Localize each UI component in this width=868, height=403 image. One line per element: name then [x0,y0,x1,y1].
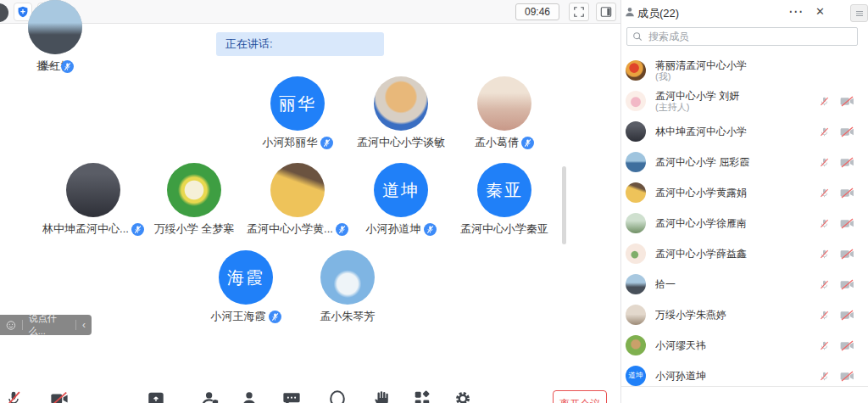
participant-name: 小河孙道坤 [366,221,421,237]
chat-placeholder[interactable]: 说点什么... [29,312,70,338]
participant-avatar: 海霞 [219,250,273,305]
camera-off-icon[interactable] [840,310,854,321]
camera-off-icon[interactable] [840,218,854,229]
panel-more-menu-icon[interactable]: ⋯ [788,3,803,20]
mic-off-icon[interactable] [819,96,830,107]
member-row[interactable]: 孟河中心小学薛益鑫 [621,238,868,269]
mic-off-icon[interactable] [819,218,830,229]
participant-avatar: 秦亚 [477,163,531,217]
participant-tile[interactable]: 丽华 小河郑丽华 [242,76,353,150]
participant-avatar: 道坤 [374,163,428,217]
avatar-initials: 秦亚 [486,179,523,202]
member-avatar [626,274,646,294]
participant-name: 孟河中心小学谈敏 [357,135,445,150]
avatar-initials: 道坤 [629,371,643,381]
member-role: (我) [655,71,854,82]
member-row[interactable]: 万绥小学朱燕婷 [621,299,868,330]
apps-button[interactable] [413,389,431,403]
camera-off-icon[interactable] [840,96,854,107]
avatar-initials: 海霞 [227,266,264,289]
participant-avatar [320,250,375,305]
collapse-chat-icon[interactable]: ‹ [82,321,86,329]
members-panel-title: 成员(22) [637,6,679,21]
member-row[interactable]: 蒋丽清孟河中心小学(我) [621,55,868,86]
main-scrollbar[interactable] [562,166,566,244]
member-search-box[interactable] [626,27,858,46]
participant-tile[interactable]: 拾一 [0,0,110,74]
member-row[interactable]: 小河缪天祎 [621,330,868,361]
divider [22,320,23,330]
participant-tile[interactable]: 万绥小学 全梦寒 [139,163,249,237]
member-name: 孟河中心小学薛益鑫 [655,248,819,260]
panel-drag-handle-icon[interactable] [850,4,868,22]
member-avatar [626,305,646,325]
member-avatar [626,335,646,355]
mic-off-icon[interactable] [819,188,830,199]
participant-name: 孟河中心小学秦亚 [460,221,548,237]
share-screen-button[interactable] [147,389,165,403]
camera-off-icon[interactable] [840,249,854,260]
member-row[interactable]: 拾一 [621,269,868,299]
leave-meeting-button[interactable]: 离开会议 [553,390,607,403]
member-row[interactable]: 孟河中心小学 屈彩霞 [621,147,868,177]
member-row[interactable]: 林中坤孟河中心小学 [621,116,868,147]
record-button[interactable] [328,389,347,403]
mic-off-icon[interactable] [819,279,830,290]
emoji-icon[interactable] [6,320,16,331]
security-button[interactable] [201,389,220,403]
participant-tile[interactable]: 秦亚 孟河中心小学秦亚 [449,163,559,237]
participant-avatar: 丽华 [270,76,325,131]
member-row[interactable]: 道坤 小河孙道坤 [621,361,868,386]
member-avatar [626,182,646,203]
meeting-timer: 09:46 [515,3,559,20]
search-icon [632,31,643,42]
member-name: 孟河中心小学 刘妍 [655,90,819,102]
camera-off-icon[interactable] [840,371,854,382]
chat-quick-bar[interactable]: 说点什么... ‹ [0,315,92,335]
participant-tile[interactable]: 海霞 小河王海霞 [191,250,301,324]
member-row[interactable]: 孟河中心小学 刘妍(主持人) [621,86,868,116]
mic-off-icon[interactable] [819,249,830,260]
members-button[interactable] [240,389,259,403]
mic-off-icon[interactable] [819,157,830,168]
raise-hand-button[interactable] [373,389,392,403]
settings-gear-button[interactable] [453,389,472,403]
participant-tile[interactable]: 道坤 小河孙道坤 [346,163,456,237]
camera-off-icon[interactable] [840,126,854,137]
camera-off-icon[interactable] [840,157,854,168]
mic-off-icon[interactable] [819,340,830,351]
member-name: 林中坤孟河中心小学 [655,126,819,137]
member-list: 蒋丽清孟河中心小学(我) 孟河中心小学 刘妍(主持人) 林中坤孟河中心小学 孟河… [621,55,868,386]
participant-avatar [167,163,221,217]
member-search-input[interactable] [647,30,852,43]
camera-off-icon[interactable] [840,188,854,199]
member-name: 孟河中心小学徐雁南 [655,217,819,229]
participant-tile[interactable]: 孟河中心小学谈敏 [346,76,456,150]
layout-toggle-button[interactable] [596,3,616,21]
participant-name: 孟小葛倩 [475,135,519,150]
member-name: 蒋丽清孟河中心小学 [655,59,854,71]
meeting-window: 09:46 正在讲话: 丽华 小河郑丽华 孟河中心小学谈敏 孟小葛倩 林中坤孟河… [0,0,868,403]
participant-tile[interactable]: 孟小朱琴芳 [292,250,403,324]
member-row[interactable]: 孟河中心小学徐雁南 [621,208,868,238]
participant-tile[interactable]: 孟小葛倩 [449,76,559,150]
mic-off-icon[interactable] [819,126,830,137]
panel-close-icon[interactable]: ✕ [815,5,825,18]
mic-off-button[interactable] [4,389,23,403]
member-avatar [626,213,646,233]
participant-tile[interactable]: 林中坤孟河中心... [38,163,148,237]
camera-off-icon[interactable] [840,340,854,351]
mic-off-icon[interactable] [819,371,830,382]
member-name: 小河缪天祎 [655,339,819,351]
participant-tile[interactable]: 孟河中心小学黄... [242,163,353,237]
camera-off-icon[interactable] [840,279,854,290]
fullscreen-button[interactable] [569,3,589,21]
member-name: 小河孙道坤 [655,370,819,382]
member-name: 孟河中心小学黄露娟 [655,187,819,199]
chat-button[interactable] [282,389,301,403]
member-role: (主持人) [655,102,819,113]
mic-off-icon[interactable] [819,310,830,321]
camera-off-button[interactable] [50,389,69,403]
participant-name: 孟小朱琴芳 [320,309,376,324]
member-row[interactable]: 孟河中心小学黄露娟 [621,177,868,208]
